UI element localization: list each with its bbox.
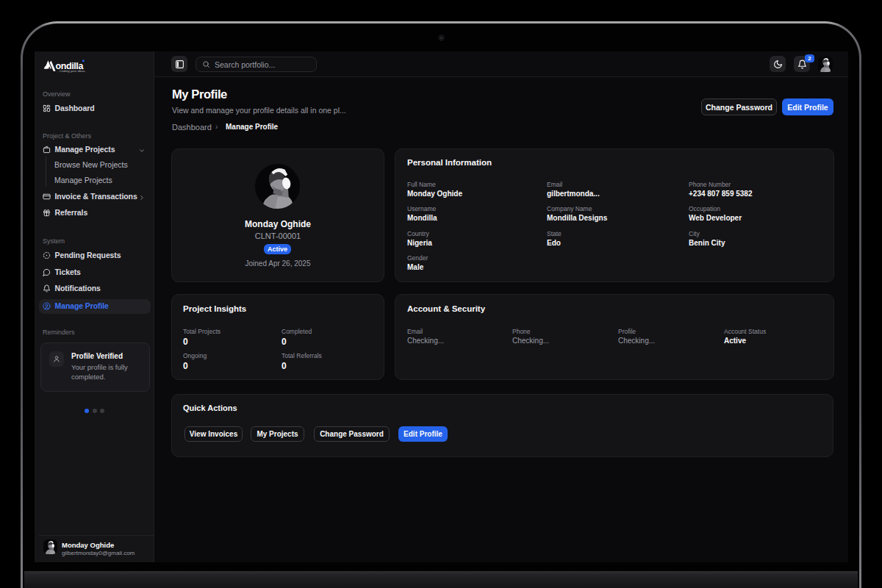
svg-text:...Coding your ideas: ...Coding your ideas — [57, 69, 85, 73]
